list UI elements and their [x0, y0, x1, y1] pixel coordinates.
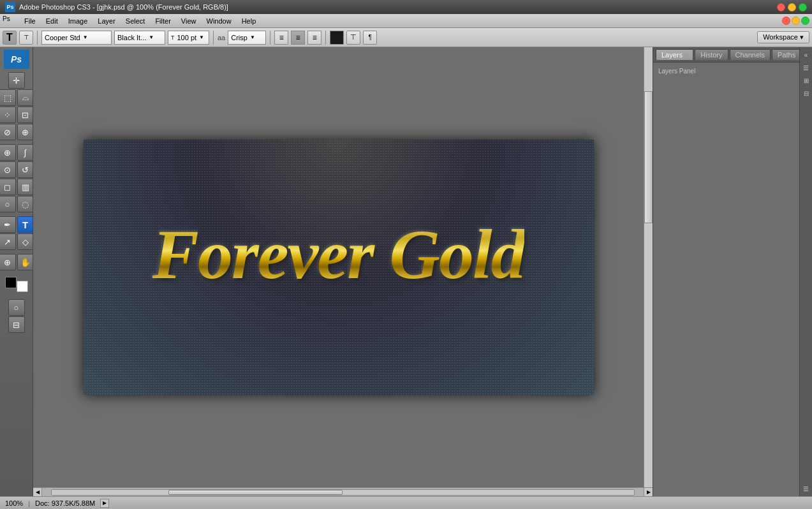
menu-select[interactable]: Select	[121, 16, 151, 26]
character-panel-btn[interactable]: ¶	[363, 31, 377, 45]
screen-mode-btn[interactable]: ⊟	[8, 316, 25, 333]
horizontal-scrollbar[interactable]: ◀ ▶	[33, 487, 653, 496]
blur-btn[interactable]: ◌	[17, 196, 34, 212]
panel-option-btn-1[interactable]: ☰	[801, 63, 811, 73]
align-left-btn[interactable]: ≡	[274, 31, 288, 45]
tool-row-screen: ⊟	[8, 316, 25, 333]
window-controls[interactable]	[777, 3, 807, 11]
history-brush-btn[interactable]: ↺	[17, 161, 34, 178]
menu-layer[interactable]: Layer	[92, 16, 121, 26]
menu-view[interactable]: View	[176, 16, 202, 26]
vscroll-thumb[interactable]	[644, 91, 653, 223]
menu-edit[interactable]: Edit	[41, 16, 63, 26]
maximize-button[interactable]	[799, 3, 807, 11]
tool-row-1: ✛	[8, 72, 25, 89]
move-tool-btn[interactable]: ✛	[8, 72, 25, 89]
doc-close-btn[interactable]	[782, 17, 790, 25]
tool-row-5: ⊕ ∫	[0, 144, 33, 161]
tab-paths[interactable]: Paths	[772, 49, 801, 60]
workspace-label: Workspace ▾	[763, 33, 804, 41]
zoom-level: 100%	[5, 499, 23, 507]
vertical-scrollbar[interactable]	[644, 47, 653, 487]
collapse-panel-btn[interactable]: «	[801, 50, 811, 60]
canvas-area[interactable]: Forever Gold	[33, 47, 644, 487]
shape-btn[interactable]: ◇	[17, 233, 34, 250]
menu-filter[interactable]: Filter	[150, 16, 175, 26]
marquee-tool-btn[interactable]: ⬚	[0, 89, 16, 106]
font-style-select[interactable]: Black It... ▼	[114, 31, 165, 45]
warp-text-btn[interactable]: ⊤	[346, 31, 360, 45]
close-button[interactable]	[777, 3, 785, 11]
panel-tabs: Layers× History Channels Paths »	[653, 47, 799, 63]
tab-layers-close[interactable]: ×	[684, 52, 688, 59]
slice-btn[interactable]: ⊘	[0, 124, 16, 140]
psd-canvas: Forever Gold	[84, 140, 594, 395]
crop-btn[interactable]: ⊡	[17, 107, 34, 123]
pen-btn[interactable]: ✒	[0, 216, 16, 233]
canvas-with-vscroll: Forever Gold	[33, 47, 653, 487]
panel-option-btn-3[interactable]: ⊟	[801, 88, 811, 98]
hscroll-left-btn[interactable]: ◀	[33, 488, 42, 497]
eraser-btn[interactable]: ◻	[0, 179, 16, 195]
font-family-select[interactable]: Cooper Std ▼	[41, 31, 112, 45]
brush-btn[interactable]: ∫	[17, 144, 34, 161]
minimize-button[interactable]	[788, 3, 796, 11]
magic-wand-btn[interactable]: ⁘	[0, 107, 16, 123]
tab-channels[interactable]: Channels	[730, 49, 771, 60]
window-title: Adobe Photoshop CS3 - [gjhk.psd @ 100% (…	[19, 3, 228, 11]
options-bar: T ⊤ Cooper Std ▼ Black It... ▼ T 100 pt …	[0, 28, 812, 47]
menu-window[interactable]: Window	[202, 16, 237, 26]
path-select-btn[interactable]: ↗	[0, 233, 16, 250]
menubar: Ps File Edit Image Layer Select Filter V…	[0, 14, 812, 28]
dodge-btn[interactable]: ○	[0, 196, 16, 212]
color-swatches[interactable]	[4, 277, 29, 296]
foreground-color[interactable]	[5, 277, 17, 288]
layers-panel-placeholder: Layers Panel	[656, 65, 797, 77]
ps-menu-logo: Ps	[3, 15, 14, 27]
divider-4	[325, 31, 326, 45]
divider-1	[37, 31, 38, 45]
text-orientation-btn[interactable]: ⊤	[19, 31, 33, 45]
hscroll-thumb[interactable]	[168, 490, 343, 495]
clone-btn[interactable]: ⊙	[0, 161, 16, 178]
hscroll-track[interactable]	[51, 489, 635, 496]
quick-mask-btn[interactable]: ○	[8, 299, 25, 316]
tool-row-3: ⁘ ⊡	[0, 107, 33, 123]
font-style-value: Black It...	[117, 34, 146, 41]
text-color-swatch[interactable]	[330, 31, 344, 45]
panel-option-btn-4[interactable]: ☰	[801, 483, 811, 494]
gradient-btn[interactable]: ▥	[17, 179, 34, 195]
tab-layers[interactable]: Layers×	[656, 49, 693, 60]
tool-row-11: ⊕ ✋	[0, 254, 33, 270]
doc-max-btn[interactable]	[801, 17, 809, 25]
workspace-btn[interactable]: Workspace ▾	[757, 31, 809, 43]
status-sep: |	[28, 499, 30, 507]
tab-history[interactable]: History	[695, 49, 728, 60]
panel-option-btn-2[interactable]: ⊞	[801, 75, 811, 85]
titlebar: Ps Adobe Photoshop CS3 - [gjhk.psd @ 100…	[0, 0, 812, 14]
status-arrow-btn[interactable]: ▶	[100, 499, 109, 508]
zoom-btn[interactable]: ⊕	[0, 254, 16, 270]
right-panel: Layers× History Channels Paths » Layers …	[653, 47, 799, 496]
tool-row-6: ⊙ ↺	[0, 161, 33, 178]
font-family-value: Cooper Std	[45, 34, 80, 41]
align-center-btn[interactable]: ≡	[291, 31, 305, 45]
eyedropper-btn[interactable]: ⊕	[17, 124, 34, 140]
menu-help[interactable]: Help	[237, 16, 262, 26]
type-tool-btn[interactable]: T	[17, 216, 34, 233]
hand-btn[interactable]: ✋	[17, 254, 34, 270]
align-right-btn[interactable]: ≡	[307, 31, 321, 45]
menu-image[interactable]: Image	[63, 16, 93, 26]
divider-2	[213, 31, 214, 45]
lasso-tool-btn[interactable]: ⌓	[17, 89, 34, 106]
menu-file[interactable]: File	[19, 16, 41, 26]
hscroll-right-btn[interactable]: ▶	[644, 488, 653, 497]
font-size-select[interactable]: T 100 pt ▼	[168, 31, 209, 45]
doc-min-btn[interactable]	[792, 17, 800, 25]
background-color[interactable]	[17, 281, 28, 292]
anti-alias-select[interactable]: Crisp ▼	[228, 31, 266, 45]
tool-row-9: ✒ T	[0, 216, 33, 233]
statusbar: 100% | Doc: 937.5K/5.88M ▶	[0, 496, 812, 509]
healing-btn[interactable]: ⊕	[0, 144, 16, 161]
text-tool-option-icon[interactable]: T	[3, 31, 17, 45]
